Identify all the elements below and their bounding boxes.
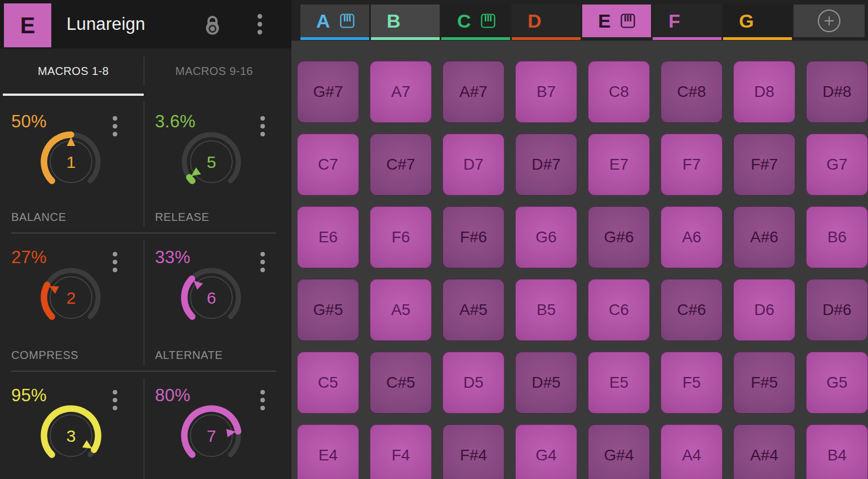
- macro-kebab-menu-icon[interactable]: [256, 251, 269, 274]
- pad-F#7[interactable]: F#7: [733, 134, 795, 196]
- pad-D#6[interactable]: D#6: [806, 279, 868, 341]
- tab-letter: A: [316, 10, 330, 32]
- pad-label: A6: [682, 228, 701, 246]
- pad-A4[interactable]: A4: [661, 424, 723, 479]
- add-track-tab-button[interactable]: [794, 5, 865, 37]
- pad-G#5[interactable]: G#5: [297, 279, 359, 341]
- macro-knob-7[interactable]: 7: [176, 401, 246, 473]
- svg-text:5: 5: [207, 153, 216, 171]
- pad-G5[interactable]: G5: [806, 352, 868, 414]
- pad-G6[interactable]: G6: [515, 206, 577, 268]
- pad-A#5[interactable]: A#5: [442, 279, 504, 341]
- macro-cell-2: 27% 2 COMPRESS: [0, 233, 144, 371]
- pad-A#7[interactable]: A#7: [442, 61, 504, 123]
- tab-body: E: [582, 5, 651, 37]
- macro-knob-3[interactable]: 3: [36, 401, 106, 473]
- instrument-title: Lunareign: [67, 14, 145, 34]
- lock-icon[interactable]: [203, 13, 222, 37]
- pad-C7[interactable]: C7: [297, 134, 359, 196]
- pad-label: B6: [827, 228, 847, 246]
- pad-label: E7: [609, 156, 628, 174]
- pad-A#4[interactable]: A#4: [733, 424, 795, 479]
- pad-B5[interactable]: B5: [515, 279, 577, 341]
- pad-B6[interactable]: B6: [806, 206, 868, 268]
- circle-plus-icon: [817, 9, 841, 33]
- track-tab-B[interactable]: B: [371, 5, 440, 40]
- pad-B7[interactable]: B7: [515, 61, 577, 123]
- pad-F#5[interactable]: F#5: [733, 352, 795, 414]
- pad-C8[interactable]: C8: [588, 61, 650, 123]
- track-tab-F[interactable]: F: [653, 5, 721, 40]
- macro-cell-5: 3.6% 5 RELEASE: [144, 97, 291, 233]
- track-tab-C[interactable]: C: [441, 5, 510, 40]
- pad-C#5[interactable]: C#5: [370, 352, 432, 414]
- macro-cell-6: 33% 6 ALTERNATE: [144, 233, 291, 371]
- pad-G7[interactable]: G7: [806, 134, 868, 196]
- pad-F7[interactable]: F7: [661, 134, 723, 196]
- pad-label: E4: [318, 446, 338, 464]
- pad-D6[interactable]: D6: [733, 279, 795, 341]
- pad-C5[interactable]: C5: [297, 352, 359, 414]
- track-tab-D[interactable]: D: [512, 5, 581, 40]
- macro-kebab-menu-icon[interactable]: [256, 115, 269, 139]
- svg-text:3: 3: [67, 427, 76, 445]
- pad-label: F6: [392, 228, 410, 246]
- pad-C#7[interactable]: C#7: [370, 134, 432, 196]
- macro-cell-7: 80% 7: [144, 371, 291, 479]
- macro-label: COMPRESS: [11, 349, 78, 362]
- pad-D7[interactable]: D7: [442, 134, 504, 196]
- pad-C6[interactable]: C6: [588, 279, 650, 341]
- pad-E4[interactable]: E4: [297, 424, 359, 479]
- macro-knob-1[interactable]: 1: [36, 127, 106, 199]
- pad-E7[interactable]: E7: [588, 134, 650, 196]
- pad-A5[interactable]: A5: [370, 279, 432, 341]
- pad-F#6[interactable]: F#6: [442, 206, 504, 268]
- macro-kebab-menu-icon[interactable]: [109, 389, 121, 413]
- macro-kebab-menu-icon[interactable]: [109, 251, 121, 274]
- pad-G#7[interactable]: G#7: [297, 61, 359, 123]
- pad-A#6[interactable]: A#6: [733, 206, 795, 268]
- tab-underline: [371, 37, 440, 40]
- pad-B4[interactable]: B4: [806, 424, 868, 479]
- panel-kebab-menu-icon[interactable]: [253, 14, 267, 36]
- pad-F#4[interactable]: F#4: [442, 424, 504, 479]
- pad-F5[interactable]: F5: [661, 352, 723, 414]
- pad-D#7[interactable]: D#7: [515, 134, 577, 196]
- tab-body: G: [723, 5, 792, 37]
- pad-D8[interactable]: D8: [733, 61, 795, 123]
- pad-A6[interactable]: A6: [661, 206, 723, 268]
- macro-knob-6[interactable]: 6: [176, 263, 246, 335]
- pad-label: F7: [683, 156, 701, 174]
- macro-knob-5[interactable]: 5: [176, 127, 246, 199]
- track-tab-E[interactable]: E: [582, 5, 651, 40]
- pad-label: C#8: [677, 83, 706, 101]
- pad-E6[interactable]: E6: [297, 206, 359, 268]
- pad-G4[interactable]: G4: [515, 424, 577, 479]
- pad-label: A#5: [459, 301, 488, 319]
- macro-kebab-menu-icon[interactable]: [109, 115, 121, 139]
- pad-E5[interactable]: E5: [588, 352, 650, 414]
- pad-label: F4: [392, 446, 410, 464]
- pad-C#6[interactable]: C#6: [661, 279, 723, 341]
- track-tab-G[interactable]: G: [723, 5, 792, 40]
- tab-macros-1-8[interactable]: MACROS 1-8: [3, 48, 144, 94]
- pad-label: C5: [318, 374, 338, 392]
- pad-F6[interactable]: F6: [370, 206, 432, 268]
- tab-divider: [144, 56, 144, 86]
- pad-C#8[interactable]: C#8: [661, 61, 723, 123]
- pad-F4[interactable]: F4: [370, 424, 432, 479]
- pad-G#6[interactable]: G#6: [588, 206, 650, 268]
- track-tab-bar: A BC DE FG: [291, 0, 868, 41]
- pad-D#5[interactable]: D#5: [515, 352, 577, 414]
- macro-kebab-menu-icon[interactable]: [256, 389, 269, 413]
- pad-G#4[interactable]: G#4: [588, 424, 650, 479]
- track-tab-A[interactable]: A: [300, 5, 369, 40]
- macro-knob-2[interactable]: 2: [36, 263, 106, 335]
- pad-D#8[interactable]: D#8: [806, 61, 868, 123]
- pad-A7[interactable]: A7: [370, 61, 432, 123]
- tab-macros-9-16[interactable]: MACROS 9-16: [144, 48, 285, 94]
- pad-label: D#8: [822, 83, 851, 101]
- pad-label: D#5: [532, 374, 560, 392]
- pad-label: D5: [463, 374, 484, 392]
- pad-D5[interactable]: D5: [442, 352, 504, 414]
